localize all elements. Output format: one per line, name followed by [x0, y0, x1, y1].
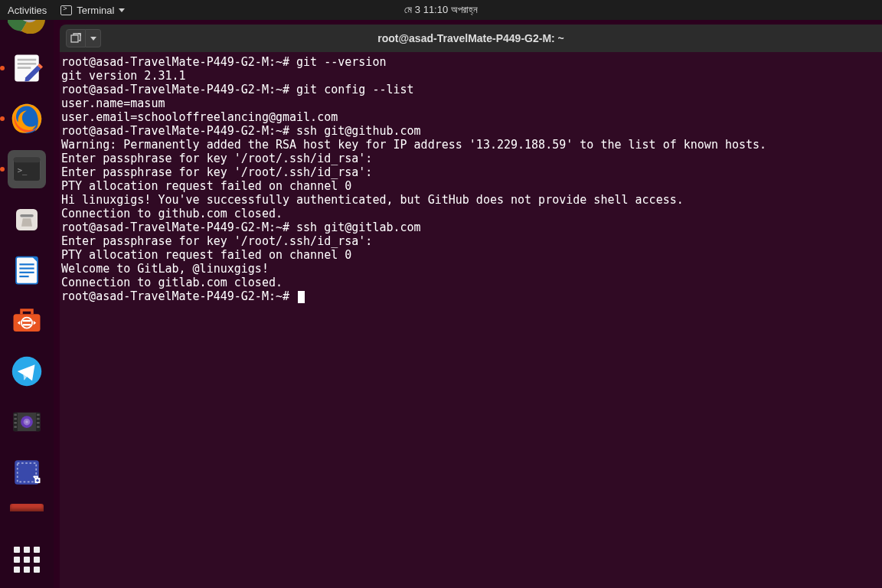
tab-menu-button[interactable] [86, 29, 101, 47]
dock-icon-screenshot[interactable] [8, 453, 46, 492]
svg-rect-17 [19, 276, 28, 277]
dock-icon-video[interactable] [8, 403, 46, 441]
clock-label: মে 3 11:10 অপরাহ্ন [404, 4, 478, 16]
dock-icon-telegram[interactable] [8, 352, 46, 390]
dock-icon-files[interactable] [8, 201, 46, 239]
clock[interactable]: মে 3 11:10 অপরাহ্ন [404, 4, 478, 16]
svg-rect-29 [37, 418, 40, 420]
terminal-output[interactable]: root@asad-TravelMate-P449-G2-M:~# git --… [60, 52, 882, 588]
dock-icon-libreoffice-writer[interactable] [8, 251, 46, 289]
dock-icon-firefox[interactable] [8, 100, 46, 138]
app-menu[interactable]: Terminal [60, 5, 125, 16]
svg-rect-15 [19, 268, 34, 270]
svg-rect-28 [37, 414, 40, 416]
dock-icon-software-center[interactable] [8, 302, 46, 340]
new-tab-button[interactable] [66, 29, 86, 47]
terminal-titlebar[interactable]: root@asad-TravelMate-P449-G2-M: ~ [60, 24, 882, 52]
svg-rect-24 [14, 414, 17, 416]
dock-icon-terminal[interactable]: >_ [8, 150, 46, 188]
app-menu-label: Terminal [77, 5, 114, 16]
chevron-down-icon [90, 37, 96, 41]
svg-rect-38 [71, 35, 78, 42]
svg-text:>_: >_ [18, 165, 28, 175]
dock-icon-partial[interactable] [10, 504, 44, 511]
dock: >_ [0, 20, 54, 588]
svg-rect-14 [19, 263, 34, 265]
apps-grid-icon [14, 547, 40, 573]
svg-rect-5 [18, 63, 37, 65]
svg-rect-6 [18, 67, 31, 69]
svg-rect-31 [37, 426, 40, 428]
window-title: root@asad-TravelMate-P449-G2-M: ~ [377, 32, 564, 44]
svg-rect-12 [20, 214, 34, 217]
new-tab-icon [70, 33, 81, 44]
terminal-icon [60, 5, 72, 15]
svg-rect-4 [18, 59, 37, 61]
terminal-window: root@asad-TravelMate-P449-G2-M: ~ root@a… [60, 24, 882, 588]
top-panel: Activities Terminal মে 3 11:10 অপরাহ্ন [0, 0, 882, 20]
svg-rect-27 [14, 426, 17, 428]
svg-point-34 [25, 420, 28, 423]
activities-button[interactable]: Activities [8, 5, 47, 16]
svg-rect-25 [14, 418, 17, 420]
svg-rect-9 [14, 157, 41, 162]
show-applications[interactable] [8, 541, 46, 579]
chevron-down-icon [119, 8, 125, 12]
dock-icon-text-editor[interactable] [8, 49, 46, 87]
svg-rect-26 [14, 422, 17, 424]
svg-rect-16 [19, 272, 34, 273]
svg-rect-13 [16, 257, 38, 284]
svg-rect-30 [37, 422, 40, 424]
activities-label: Activities [8, 5, 47, 16]
